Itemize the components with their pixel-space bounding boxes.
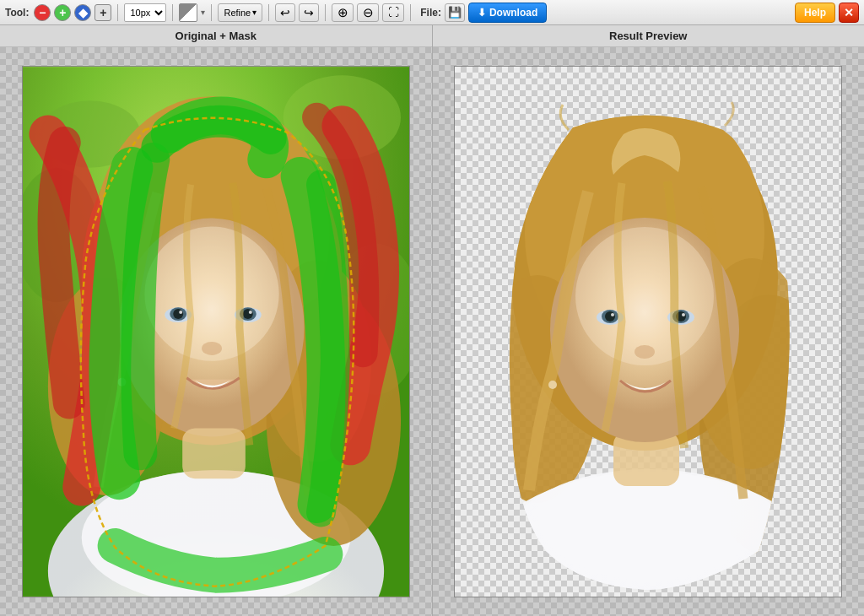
save-icon: 💾 <box>448 6 462 19</box>
refine-button[interactable]: Refine ▾ <box>218 3 262 22</box>
tool-label: Tool: <box>5 7 29 19</box>
close-icon: ✕ <box>844 6 854 19</box>
add-tool-button[interactable]: + <box>54 4 71 21</box>
result-photo-container <box>454 66 842 597</box>
diamond-icon: ◆ <box>78 6 88 19</box>
right-panel-header: Result Preview <box>433 25 865 47</box>
svg-point-16 <box>173 309 183 319</box>
svg-point-17 <box>179 311 182 314</box>
file-label: File: <box>420 7 441 19</box>
minus-icon: − <box>39 6 46 19</box>
zoom-out-button[interactable]: ⊖ <box>357 3 379 22</box>
mask-overlay-svg <box>23 67 409 597</box>
left-canvas[interactable] <box>0 47 432 616</box>
svg-rect-24 <box>182 429 246 479</box>
download-label: Download <box>489 7 537 19</box>
undo-button[interactable]: ↩ <box>275 3 295 22</box>
svg-point-22 <box>202 342 222 355</box>
toolbar: Tool: − + ◆ + 2px 5px 10px 20px 40px ▾ R… <box>0 0 864 25</box>
svg-point-20 <box>243 309 253 319</box>
save-button[interactable]: 💾 <box>445 3 465 22</box>
remove-tool-button[interactable]: − <box>34 4 51 21</box>
svg-point-21 <box>249 311 252 314</box>
redo-button[interactable]: ↪ <box>299 3 319 22</box>
svg-point-44 <box>548 381 557 389</box>
marker-tool-button[interactable]: ◆ <box>74 4 91 21</box>
separator-6 <box>410 4 411 21</box>
svg-point-34 <box>575 227 714 365</box>
separator-5 <box>325 4 326 21</box>
result-svg <box>455 67 842 597</box>
zoom-out-icon: ⊖ <box>363 5 374 20</box>
plus-icon: + <box>59 6 66 19</box>
download-arrow-icon: ⬇ <box>478 7 486 19</box>
svg-point-13 <box>144 227 278 361</box>
svg-point-38 <box>611 313 614 316</box>
original-photo-container <box>22 66 410 597</box>
svg-point-42 <box>682 313 685 316</box>
fullscreen-icon: ⛶ <box>388 6 399 19</box>
left-panel-title: Original + Mask <box>176 30 256 42</box>
color-preview[interactable] <box>179 3 197 22</box>
refine-chevron-icon: ▾ <box>252 8 256 17</box>
fullscreen-button[interactable]: ⛶ <box>382 3 404 22</box>
separator-3 <box>211 4 212 21</box>
separator-1 <box>117 4 118 21</box>
main-area: Original + Mask <box>0 25 864 616</box>
left-panel: Original + Mask <box>0 25 433 616</box>
right-panel-title: Result Preview <box>609 30 688 42</box>
right-panel: Result Preview <box>433 25 865 616</box>
brush-size-select[interactable]: 2px 5px 10px 20px 40px <box>124 3 166 22</box>
help-label: Help <box>804 7 826 19</box>
svg-point-43 <box>634 345 655 359</box>
separator-4 <box>268 4 269 21</box>
left-panel-header: Original + Mask <box>0 25 432 47</box>
original-photo <box>22 66 410 597</box>
redo-icon: ↪ <box>304 6 314 19</box>
svg-point-37 <box>605 311 615 322</box>
chevron-down-icon: ▾ <box>201 8 205 17</box>
help-button[interactable]: Help <box>795 3 835 23</box>
zoom-in-button[interactable]: ⊕ <box>332 3 354 22</box>
download-button[interactable]: ⬇ Download <box>468 3 547 23</box>
right-canvas[interactable] <box>433 47 865 616</box>
cross-tool-button[interactable]: + <box>94 4 111 21</box>
undo-icon: ↩ <box>280 6 290 19</box>
result-photo <box>454 66 842 597</box>
close-button[interactable]: ✕ <box>839 3 859 23</box>
separator-2 <box>172 4 173 21</box>
zoom-in-icon: ⊕ <box>338 5 348 20</box>
cross-icon: + <box>100 6 106 19</box>
refine-label: Refine <box>224 8 251 18</box>
